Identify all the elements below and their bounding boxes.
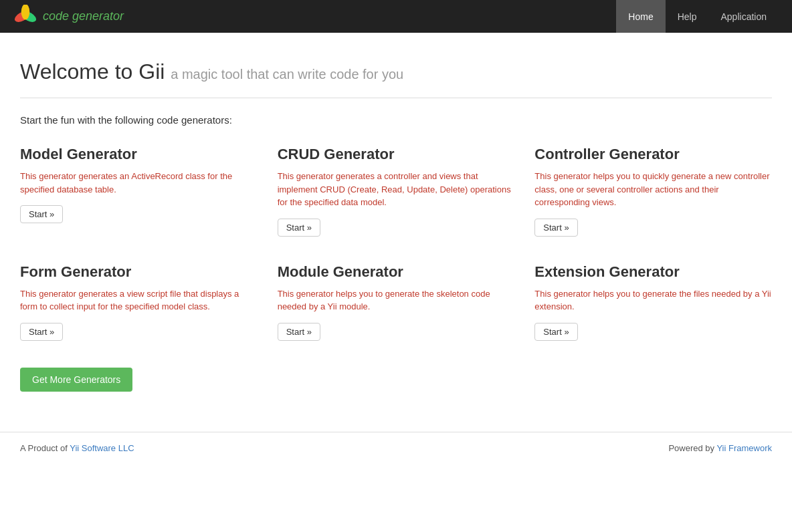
brand-link[interactable]: code generator [13, 5, 124, 29]
generator-card-module: Module Generator This generator helps yo… [278, 263, 515, 341]
generator-desc-module: This generator helps you to generate the… [278, 287, 515, 313]
generator-desc-extension: This generator helps you to generate the… [534, 287, 772, 313]
generator-desc-controller: This generator helps you to quickly gene… [534, 170, 772, 209]
navbar: code generator Home Help Application [0, 0, 792, 33]
nav-item-application[interactable]: Application [709, 0, 779, 33]
generator-desc-form: This generator generates a view script f… [20, 287, 258, 313]
footer-left: A Product of Yii Software LLC [20, 443, 134, 453]
page-title: Welcome to Gii a magic tool that can wri… [20, 59, 772, 84]
footer-yii-software-link[interactable]: Yii Software LLC [70, 443, 134, 453]
footer-left-text: A Product of [20, 443, 70, 453]
generators-grid: Model Generator This generator generates… [20, 146, 772, 341]
start-button-controller[interactable]: Start » [534, 219, 577, 237]
nav-link-application[interactable]: Application [709, 0, 779, 33]
start-button-extension[interactable]: Start » [534, 323, 577, 341]
page-subtitle: a magic tool that can write code for you [171, 67, 403, 82]
nav-menu: Home Help Application [616, 0, 779, 33]
generator-title-controller: Controller Generator [534, 146, 772, 163]
generator-desc-model: This generator generates an ActiveRecord… [20, 170, 258, 196]
footer: A Product of Yii Software LLC Powered by… [0, 432, 792, 464]
generator-title-form: Form Generator [20, 263, 258, 281]
generator-card-form: Form Generator This generator generates … [20, 263, 258, 341]
brand-text: code generator [43, 9, 124, 23]
start-button-module[interactable]: Start » [278, 323, 320, 341]
footer-right: Powered by Yii Framework [668, 443, 772, 453]
generator-card-controller: Controller Generator This generator help… [534, 146, 772, 237]
nav-item-help[interactable]: Help [666, 0, 709, 33]
generator-title-model: Model Generator [20, 146, 258, 163]
start-button-model[interactable]: Start » [20, 205, 63, 223]
main-content: Welcome to Gii a magic tool that can wri… [0, 33, 792, 432]
generator-desc-crud: This generator generates a controller an… [278, 170, 515, 209]
generator-card-extension: Extension Generator This generator helps… [534, 263, 772, 341]
start-button-crud[interactable]: Start » [278, 219, 320, 237]
generator-card-crud: CRUD Generator This generator generates … [278, 146, 515, 237]
intro-text: Start the fun with the following code ge… [20, 114, 772, 126]
generator-title-extension: Extension Generator [534, 263, 772, 281]
get-more-generators-button[interactable]: Get More Generators [20, 368, 132, 392]
generator-title-crud: CRUD Generator [278, 146, 515, 163]
nav-link-help[interactable]: Help [666, 0, 709, 33]
nav-item-home[interactable]: Home [616, 0, 665, 33]
generator-card-model: Model Generator This generator generates… [20, 146, 258, 237]
footer-right-text: Powered by [668, 443, 716, 453]
footer-yii-framework-link[interactable]: Yii Framework [716, 443, 772, 453]
start-button-form[interactable]: Start » [20, 323, 63, 341]
title-divider [20, 98, 772, 98]
generator-title-module: Module Generator [278, 263, 515, 281]
nav-link-home[interactable]: Home [616, 0, 665, 33]
svg-point-2 [21, 5, 30, 19]
yii-logo-icon [13, 5, 37, 29]
